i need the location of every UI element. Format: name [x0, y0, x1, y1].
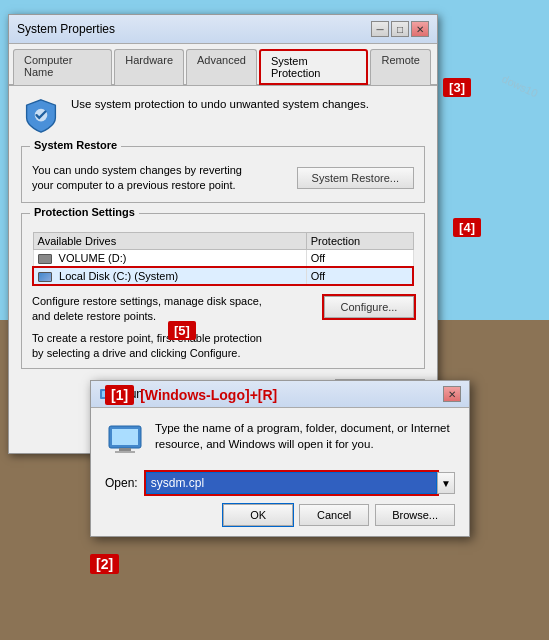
svg-rect-4	[112, 429, 138, 445]
tab-remote[interactable]: Remote	[370, 49, 431, 85]
system-restore-text: You can undo system changes by reverting…	[32, 163, 242, 194]
drive-protection-2: Off	[306, 267, 413, 285]
run-buttons: OK Cancel Browse...	[105, 504, 455, 526]
tab-hardware[interactable]: Hardware	[114, 49, 184, 85]
run-description: Type the name of a program, folder, docu…	[155, 420, 450, 452]
run-browse-button[interactable]: Browse...	[375, 504, 455, 526]
tab-advanced[interactable]: Advanced	[186, 49, 257, 85]
minimize-button[interactable]: ─	[371, 21, 389, 37]
run-input-with-dropdown: ▼	[146, 472, 455, 494]
annotation-2-label: [2]	[90, 554, 119, 574]
system-restore-label: System Restore	[30, 139, 121, 151]
protection-settings-label: Protection Settings	[30, 206, 139, 218]
drive-icon-2	[38, 272, 52, 282]
run-ok-button[interactable]: OK	[223, 504, 293, 526]
annotation-1-label: [1]	[105, 385, 134, 405]
create-text: To create a restore point, first enable …	[32, 331, 414, 362]
svg-rect-6	[115, 451, 135, 453]
protection-settings-section: Protection Settings Available Drives Pro…	[21, 213, 425, 369]
annotation-4-label: [4]	[453, 218, 481, 237]
annotation-1-area: [1] [Windows-Logo]+[R]	[105, 385, 277, 405]
svg-rect-5	[119, 448, 131, 451]
tabs-container: Computer Name Hardware Advanced System P…	[9, 44, 437, 86]
configure-button[interactable]: Configure...	[324, 296, 414, 318]
header-icon	[21, 96, 61, 136]
run-dropdown-arrow[interactable]: ▼	[437, 472, 455, 494]
drive-icon-1	[38, 254, 52, 264]
header-text: Use system protection to undo unwanted s…	[71, 96, 369, 112]
drive-protection-1: Off	[306, 249, 413, 267]
system-restore-content: You can undo system changes by reverting…	[32, 163, 414, 194]
table-row[interactable]: VOLUME (D:) Off	[33, 249, 413, 267]
maximize-button[interactable]: □	[391, 21, 409, 37]
table-row-selected[interactable]: Local Disk (C:) (System) Off	[33, 267, 413, 285]
system-restore-button[interactable]: System Restore...	[297, 167, 414, 189]
system-restore-section: System Restore You can undo system chang…	[21, 146, 425, 203]
annotation-windows-key-label: [Windows-Logo]+[R]	[140, 387, 277, 403]
close-button[interactable]: ✕	[411, 21, 429, 37]
tab-computer-name[interactable]: Computer Name	[13, 49, 112, 85]
run-input[interactable]	[146, 472, 437, 494]
annotation-3-label: [3]	[443, 78, 471, 97]
annotation-4-area: [4]	[453, 220, 481, 235]
tab-system-protection[interactable]: System Protection	[259, 49, 369, 85]
drives-table: Available Drives Protection VOLUME (D:) …	[32, 232, 414, 286]
col-header-protection: Protection	[306, 232, 413, 249]
run-content: Type the name of a program, folder, docu…	[91, 408, 469, 536]
drive-name-2: Local Disk (C:) (System)	[33, 267, 306, 285]
run-header: Type the name of a program, folder, docu…	[105, 420, 455, 460]
run-cancel-button[interactable]: Cancel	[299, 504, 369, 526]
titlebar-controls: ─ □ ✕	[371, 21, 429, 37]
run-close-button[interactable]: ✕	[443, 386, 461, 402]
annotation-5-area: [5]	[168, 323, 196, 338]
run-input-row: Open: ▼	[105, 472, 455, 494]
annotation-2-area: [2]	[90, 556, 119, 572]
configure-row: Configure restore settings, manage disk …	[32, 294, 414, 325]
dialog-titlebar: System Properties ─ □ ✕	[9, 15, 437, 44]
dialog-title: System Properties	[17, 22, 115, 36]
shield-icon	[23, 98, 59, 134]
drive-name-1: VOLUME (D:)	[33, 249, 306, 267]
run-computer-icon	[105, 420, 145, 460]
annotation-5-label: [5]	[168, 321, 196, 340]
annotation-3-area: [3]	[443, 80, 471, 95]
col-header-drives: Available Drives	[33, 232, 306, 249]
header-section: Use system protection to undo unwanted s…	[21, 96, 425, 136]
run-open-label: Open:	[105, 476, 138, 490]
dialog-content: Use system protection to undo unwanted s…	[9, 86, 437, 415]
